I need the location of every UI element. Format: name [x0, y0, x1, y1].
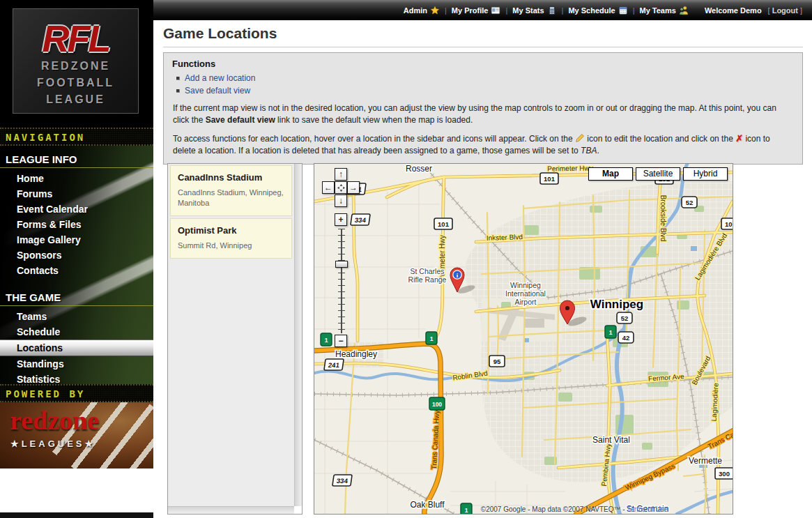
edit-pencil-icon — [575, 133, 585, 143]
svg-text:334: 334 — [336, 477, 348, 485]
pan-down-button[interactable]: ↓ — [335, 195, 347, 207]
functions-link-row: Add a new location — [176, 73, 794, 84]
sidebar-item-sponsors[interactable]: Sponsors — [0, 247, 153, 263]
logout-link[interactable]: Logout — [772, 6, 798, 15]
map-type-satellite-button[interactable]: Satellite — [636, 167, 680, 181]
svg-text:334: 334 — [354, 216, 367, 224]
save-default-view-bold: Save default view — [206, 115, 275, 125]
bullet-icon — [176, 77, 180, 80]
sidebar-footer-bar — [0, 512, 153, 518]
pan-center-button[interactable] — [335, 181, 347, 194]
rfl-logo: RFL REDZONE FOOTBALL LEAGUE — [13, 8, 139, 114]
functions-heading: Functions — [172, 59, 794, 69]
my-profile-link[interactable]: My Profile — [452, 6, 501, 15]
center-crosshair-icon — [337, 184, 345, 192]
redzone-leagues-text: ★LEAGUES★ — [10, 439, 95, 449]
pan-left-button[interactable]: ← — [322, 181, 335, 194]
zoom-out-button[interactable]: − — [335, 335, 347, 347]
svg-text:Winnipeg: Winnipeg — [590, 298, 643, 311]
location-item-optimist-park[interactable]: Optimist Park Summit Rd, Winnipeg — [170, 218, 292, 259]
people-icon — [679, 6, 689, 15]
location-address: Summit Rd, Winnipeg — [178, 241, 284, 251]
sidebar-item-forms-files[interactable]: Forms & Files — [0, 217, 153, 232]
section-the-game: THE GAME — [0, 287, 153, 306]
map-image: Perimeter Hwy Perimeter Hwy Brookside Bl… — [314, 164, 733, 514]
star-icon — [430, 6, 440, 15]
functions-link-row: Save default view — [176, 85, 794, 96]
my-schedule-label: My Schedule — [568, 6, 615, 15]
my-stats-link[interactable]: My Stats — [512, 6, 556, 15]
separator: | — [505, 6, 507, 15]
map-type-map-button[interactable]: Map — [588, 167, 633, 181]
separator: | — [445, 6, 447, 15]
map-canvas[interactable]: Perimeter Hwy Perimeter Hwy Brookside Bl… — [314, 163, 733, 515]
svg-text:Winnipeg: Winnipeg — [510, 281, 541, 289]
svg-text:St Charles: St Charles — [410, 267, 444, 275]
copyright-text: ©2007 Google - Map data ©2007 NAVTEQ™ - — [481, 505, 625, 513]
horizontal-scrollbar[interactable] — [168, 506, 294, 514]
sidebar: RFL REDZONE FOOTBALL LEAGUE NAVIGATION L… — [0, 0, 153, 518]
navigation-banner: NAVIGATION — [0, 128, 153, 146]
terms-of-use-link[interactable]: Terms of Use — [627, 505, 668, 513]
location-item-canadinns[interactable]: CanadInns Stadium CanadInns Stadium, Win… — [170, 165, 292, 216]
svg-text:Headingley: Headingley — [335, 349, 377, 359]
rfl-logo-line2: FOOTBALL — [13, 75, 138, 91]
sidebar-item-home[interactable]: Home — [0, 171, 153, 186]
pan-up-button[interactable]: ↑ — [335, 168, 347, 181]
zoom-slider-handle[interactable] — [335, 261, 348, 268]
sidebar-item-locations[interactable]: Locations — [0, 340, 153, 356]
my-schedule-link[interactable]: My Schedule — [568, 6, 627, 15]
svg-text:Rosser: Rosser — [406, 164, 432, 174]
instructions-paragraph-1: If the current map view is not in the de… — [173, 102, 793, 126]
svg-text:1: 1 — [609, 329, 613, 336]
main-content: Game Locations Functions Add a new locat… — [153, 20, 812, 518]
svg-text:101: 101 — [438, 220, 450, 228]
bracket-close: ] — [800, 6, 802, 15]
svg-text:Rifle Range: Rifle Range — [408, 275, 447, 284]
svg-text:Airport: Airport — [515, 298, 537, 306]
bracket-open: [ — [768, 6, 770, 15]
welcome-text: Welcome Demo — [705, 6, 762, 15]
svg-text:Saint Vital: Saint Vital — [592, 435, 630, 445]
locations-panel: CanadInns Stadium CanadInns Stadium, Win… — [167, 163, 302, 515]
functions-box: Functions Add a new location Save defaul… — [163, 52, 803, 165]
sidebar-nav: LEAGUE INFO Home Forums Event Calendar F… — [0, 146, 153, 384]
zoom-in-button[interactable]: + — [335, 213, 347, 226]
admin-link[interactable]: Admin — [404, 6, 440, 15]
map-type-hybrid-button[interactable]: Hybrid — [683, 167, 728, 181]
sidebar-item-contacts[interactable]: Contacts — [0, 263, 153, 278]
sidebar-item-image-gallery[interactable]: Image Gallery — [0, 232, 153, 247]
my-teams-label: My Teams — [640, 6, 676, 15]
svg-text:Vermette: Vermette — [689, 456, 722, 466]
sidebar-item-event-calendar[interactable]: Event Calendar — [0, 201, 153, 217]
sidebar-item-teams[interactable]: Teams — [0, 309, 153, 324]
rfl-logo-line3: LEAGUE — [13, 91, 138, 108]
instructions-paragraph-2: To access functions for each location, h… — [173, 132, 793, 157]
delete-x-icon: ✗ — [735, 133, 743, 144]
save-default-view-link[interactable]: Save default view — [185, 85, 250, 96]
svg-text:1: 1 — [325, 337, 328, 344]
vertical-scrollbar[interactable] — [294, 164, 302, 506]
separator: | — [562, 6, 564, 15]
svg-text:52: 52 — [686, 199, 694, 206]
sidebar-item-standings[interactable]: Standings — [0, 356, 153, 372]
svg-text:100: 100 — [432, 401, 442, 408]
my-stats-label: My Stats — [512, 6, 544, 15]
svg-text:Inkster Blvd: Inkster Blvd — [487, 233, 523, 242]
rfl-logo-line1: REDZONE — [13, 58, 138, 75]
pan-right-button[interactable]: → — [347, 181, 360, 194]
sidebar-item-forums[interactable]: Forums — [0, 186, 153, 201]
calendar-icon — [618, 6, 628, 15]
add-location-link[interactable]: Add a new location — [185, 73, 255, 84]
svg-text:42: 42 — [622, 334, 630, 342]
svg-text:1: 1 — [430, 335, 434, 342]
zoom-slider-track[interactable] — [338, 229, 345, 333]
my-profile-label: My Profile — [452, 6, 489, 15]
sidebar-item-schedule[interactable]: Schedule — [0, 324, 153, 340]
powered-by-banner: POWERED BY — [0, 384, 153, 402]
svg-text:52: 52 — [621, 314, 629, 322]
svg-text:Brookside Blvd: Brookside Blvd — [659, 195, 667, 242]
my-teams-link[interactable]: My Teams — [640, 6, 689, 15]
svg-text:241: 241 — [328, 361, 340, 369]
redzone-logo-panel: redzone ★LEAGUES★ — [0, 402, 153, 469]
